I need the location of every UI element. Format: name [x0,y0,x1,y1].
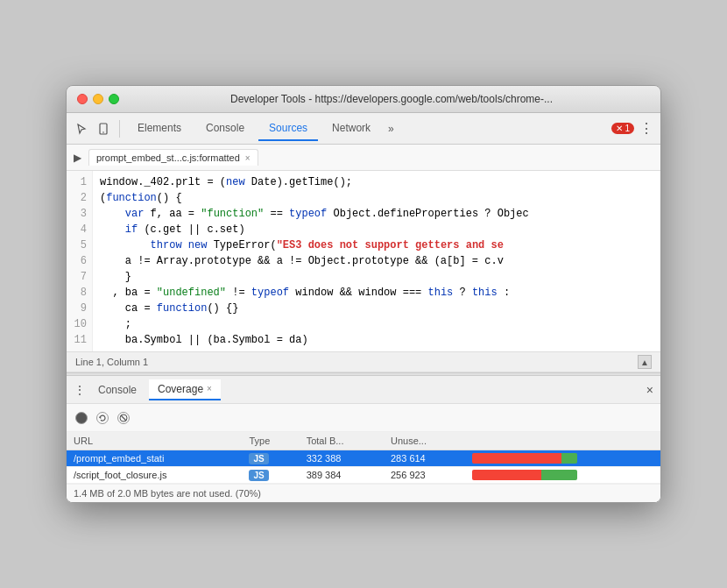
code-line-10: ; [100,316,653,332]
traffic-lights [77,94,119,104]
col-url: URL [67,432,242,450]
row1-unused: 283 614 [384,450,465,467]
row2-url: /script_foot_closure.js [67,467,242,484]
toolbar-right: ✕ 1 ⋮ [611,120,653,137]
coverage-bar-1 [472,453,577,464]
tab-coverage[interactable]: Coverage × [149,379,221,400]
code-line-7: } [100,269,653,285]
mobile-icon[interactable] [95,120,112,138]
bottom-panel-toolbar: ⋮ Console Coverage × × [67,376,660,404]
col-unused: Unuse... [384,432,465,450]
minimize-button[interactable] [93,94,103,104]
code-line-3: var f, aa = "function" == typeof Object.… [100,206,653,222]
file-tab[interactable]: prompt_embed_st...c.js:formatted × [88,149,258,166]
panel-toggle-icon[interactable]: ▶ [74,152,81,164]
bottom-panel-kebab[interactable]: ⋮ [74,383,86,397]
tab-elements[interactable]: Elements [127,117,192,141]
code-line-9: ca = function() {} [100,301,653,316]
code-editor[interactable]: 1 2 3 4 5 6 7 8 9 10 11 window._402.prlt… [67,171,660,351]
maximize-button[interactable] [109,94,119,104]
coverage-bar-container-2 [472,470,653,480]
row2-total: 389 384 [300,467,384,484]
file-tab-name: prompt_embed_st...c.js:formatted [96,152,240,163]
bar-used-1 [561,453,577,464]
error-badge: ✕ 1 [611,123,634,134]
devtools-toolbar: Elements Console Sources Network » ✕ 1 ⋮ [67,113,660,145]
coverage-row-2[interactable]: /script_foot_closure.js JS 389 384 256 9… [67,467,660,484]
coverage-table: URL Type Total B... Unuse... /prompt_emb… [67,432,660,484]
scroll-up-button[interactable]: ▲ [638,355,652,369]
start-recording-button[interactable] [75,412,88,424]
col-type: Type [242,432,299,450]
code-line-2: (function() { [100,190,653,206]
code-line-8: , ba = "undefined" != typeof window && w… [100,285,653,301]
reload-recording-button[interactable] [96,412,109,424]
row1-url: /prompt_embed_stati [67,450,242,467]
file-tab-close-button[interactable]: × [245,153,251,163]
code-line-5: throw new TypeError("ES3 does not suppor… [100,237,653,253]
more-tabs-button[interactable]: » [385,123,398,135]
coverage-row-1[interactable]: /prompt_embed_stati JS 332 388 283 614 [67,450,660,467]
svg-point-1 [102,131,104,133]
col-bar [465,432,660,450]
coverage-toolbar [67,404,660,432]
tab-network[interactable]: Network [321,117,381,141]
row2-type: JS [242,467,299,484]
bar-used-2 [541,470,577,480]
row1-bar [465,450,660,467]
error-x: ✕ [616,124,623,133]
code-line-6: a != Array.prototype && a != Object.prot… [100,253,653,269]
coverage-footer: 1.4 MB of 2.0 MB bytes are not used. (70… [67,484,660,502]
coverage-summary: 1.4 MB of 2.0 MB bytes are not used. (70… [74,488,261,499]
coverage-tab-close[interactable]: × [207,384,212,393]
type-badge-js-2: JS [249,470,268,481]
cursor-icon[interactable] [74,120,91,138]
code-line-11: ba.Symbol || (ba.Symbol = da) [100,332,653,348]
kebab-menu-button[interactable]: ⋮ [639,120,653,137]
coverage-bar-container-1 [472,453,653,464]
clear-coverage-button[interactable] [117,412,130,424]
line-numbers: 1 2 3 4 5 6 7 8 9 10 11 [67,171,93,351]
window-title: Developer Tools - https://developers.goo… [133,93,650,105]
bottom-panel: ⋮ Console Coverage × × [67,376,660,502]
col-total: Total B... [300,432,384,450]
row1-total: 332 388 [300,450,384,467]
type-badge-js: JS [249,453,268,464]
code-line-1: window._402.prlt = (new Date).getTime(); [100,174,653,190]
svg-line-2 [121,415,126,421]
file-tab-bar: ▶ prompt_embed_st...c.js:formatted × [67,145,660,171]
cursor-position: Line 1, Column 1 [75,357,148,367]
code-line-4: if (c.get || c.set) [100,222,653,237]
devtools-window: Developer Tools - https://developers.goo… [66,85,661,503]
tab-console-bottom[interactable]: Console [89,380,145,400]
coverage-bar-2 [472,470,577,480]
row1-type: JS [242,450,299,467]
bar-unused-1 [472,453,561,464]
close-button[interactable] [77,94,88,104]
bar-unused-2 [472,470,541,480]
bottom-panel-close[interactable]: × [646,383,653,397]
code-content: window._402.prlt = (new Date).getTime();… [93,171,660,351]
status-bar: Line 1, Column 1 ▲ [67,351,660,372]
row2-bar [465,467,660,484]
tab-console[interactable]: Console [195,117,255,141]
title-bar: Developer Tools - https://developers.goo… [67,86,660,113]
tab-sources[interactable]: Sources [258,117,318,141]
row2-unused: 256 923 [384,467,465,484]
error-count: 1 [625,124,630,133]
toolbar-divider [119,120,120,138]
